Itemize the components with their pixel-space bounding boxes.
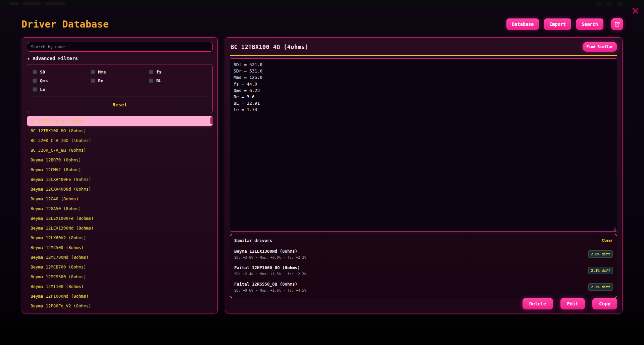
app-header: Driver Database Database Import Search xyxy=(0,8,644,30)
driver-list-item[interactable]: Beyma 12LX60V2 (8ohms) xyxy=(27,233,213,243)
filter-checkbox-grid: SD Mms fs Qms xyxy=(33,69,207,92)
similar-driver-name: Faital 12HP1060_8Ω (8ohms) xyxy=(234,265,306,270)
diff-badge: 2.0% diff xyxy=(588,250,613,258)
maximize-icon[interactable] xyxy=(607,2,612,6)
window-controls xyxy=(596,2,623,6)
driver-list-item[interactable]: BC 320K_C-A_8Ω (8ohms) xyxy=(27,145,213,155)
driver-list-item[interactable]: Beyma 12LEX1300Nd (8ohms) xyxy=(27,223,213,233)
search-button[interactable]: Search xyxy=(576,18,603,30)
driver-list-item[interactable]: Beyma 12CMV2 (8ohms) xyxy=(27,165,213,175)
driver-list-item-selected[interactable]: BC 12TBX100_4Ω (4ohms) xyxy=(27,116,213,126)
driver-list-item[interactable]: Beyma 12MC700Nd (8ohms) xyxy=(27,252,213,262)
similar-driver-metrics: SD: +0.6% · Mms: +1.6% · fs: +4.5% xyxy=(234,288,306,292)
similar-drivers-box: Similar drivers Clear Beyma 12LEX1300Nd … xyxy=(230,234,617,298)
driver-browser-panel: ▼ Advanced Filters SD Mms fs xyxy=(22,37,218,313)
reset-filters-button[interactable]: Reset xyxy=(112,102,127,107)
checkbox-icon xyxy=(33,70,37,74)
driver-list-item[interactable]: Beyma 12GA50 (8ohms) xyxy=(27,204,213,213)
main-content: ▼ Advanced Filters SD Mms fs xyxy=(0,30,644,313)
parameters-textarea[interactable]: SDf = 531.0 SDr = 531.0 Mms = 125.0 fs =… xyxy=(230,58,617,232)
diff-badge: 2.2% diff xyxy=(588,283,613,291)
chevron-down-icon: ▼ xyxy=(28,57,30,60)
header-nav: Database Import Search xyxy=(506,18,623,30)
os-titlebar xyxy=(0,0,644,8)
similar-driver-row[interactable]: Beyma 12LEX1300Nd (8ohms) SD: +3.6% · Mm… xyxy=(234,249,613,259)
titlebar-text-fragment xyxy=(23,2,41,5)
find-similar-button[interactable]: Find Similar xyxy=(583,42,617,52)
titlebar-text-fragment xyxy=(45,2,65,5)
checkbox-icon xyxy=(33,79,37,83)
similar-drivers-header: Similar drivers Clear xyxy=(234,238,613,243)
driver-list-item[interactable]: Beyma 12MI100 (8ohms) xyxy=(27,282,213,291)
filter-checkbox-fs[interactable]: fs xyxy=(149,69,207,75)
similar-driver-row[interactable]: Faital 12HP1060_8Ω (8ohms) SD: +2.4% · M… xyxy=(234,265,613,276)
open-external-button[interactable] xyxy=(611,18,623,30)
similar-driver-name: Beyma 12LEX1300Nd (8ohms) xyxy=(234,249,306,254)
driver-list-item[interactable]: Beyma 12MCB700 (8ohms) xyxy=(27,262,213,272)
page-title: Driver Database xyxy=(21,19,109,30)
similar-driver-row[interactable]: Faital 12RS550_8Ω (8ohms) SD: +0.6% · Mm… xyxy=(234,282,613,292)
filter-checkbox-le[interactable]: Le xyxy=(33,87,91,92)
detail-actions: Delete Edit Copy xyxy=(230,298,617,309)
driver-list-item[interactable]: Beyma 12G40 (8ohms) xyxy=(27,194,213,204)
filter-checkbox-re[interactable]: Re xyxy=(91,78,149,83)
similar-drivers-title: Similar drivers xyxy=(234,238,272,243)
driver-list-item[interactable]: Beyma 12CXA400Fe (8ohms) xyxy=(27,175,213,184)
driver-list-item[interactable]: Beyma 12CXA400Nd (8ohms) xyxy=(27,184,213,194)
similar-driver-metrics: SD: +3.6% · Mms: +0.0% · fs: +2.3% xyxy=(234,255,306,259)
external-link-icon xyxy=(614,21,620,27)
similar-driver-name: Faital 12RS550_8Ω (8ohms) xyxy=(234,282,306,287)
driver-list-item[interactable]: BC 12TBX100_8Ω (8ohms) xyxy=(27,126,213,136)
filter-checkbox-mms[interactable]: Mms xyxy=(91,69,149,75)
driver-list-item[interactable]: Beyma 12LEX1000Fe (8ohms) xyxy=(27,213,213,223)
checkbox-icon xyxy=(91,70,95,74)
checkbox-icon xyxy=(149,79,153,83)
titlebar-text-fragment xyxy=(10,2,19,5)
checkbox-icon xyxy=(33,87,37,92)
driver-database-app: ✕ Driver Database Database Import Search xyxy=(0,8,644,345)
title-underline xyxy=(230,55,617,56)
driver-detail-panel: BC 12TBX100_4Ω (4ohms) Find Similar SDf … xyxy=(225,37,623,313)
search-input[interactable] xyxy=(27,42,213,52)
filter-box: SD Mms fs Qms xyxy=(27,64,213,113)
checkbox-icon xyxy=(91,79,95,83)
filter-divider xyxy=(33,97,207,97)
titlebar-title-blur xyxy=(10,2,65,5)
filter-checkbox-bl[interactable]: BL xyxy=(149,78,207,83)
filter-checkbox-sd[interactable]: SD xyxy=(33,69,91,75)
window-close-icon[interactable] xyxy=(618,2,623,6)
driver-list: BC 12TBX100_4Ω (4ohms) BC 12TBX100_8Ω (8… xyxy=(27,116,213,310)
driver-list-item[interactable]: Beyma 12BR70 (8ohms) xyxy=(27,155,213,165)
delete-button[interactable]: Delete xyxy=(523,298,553,309)
driver-list-item[interactable]: Beyma 12P80Fe_V2 (8ohms) xyxy=(27,301,213,310)
detail-title: BC 12TBX100_4Ω (4ohms) xyxy=(230,44,308,50)
list-scrollbar-thumb[interactable] xyxy=(210,117,213,124)
database-button[interactable]: Database xyxy=(506,18,539,30)
detail-header: BC 12TBX100_4Ω (4ohms) Find Similar xyxy=(230,42,617,52)
diff-badge: 2.1% diff xyxy=(588,267,613,274)
copy-button[interactable]: Copy xyxy=(592,298,617,309)
driver-list-item[interactable]: Beyma 12MCS500 (8ohms) xyxy=(27,272,213,282)
similar-driver-metrics: SD: +2.4% · Mms: +1.5% · fs: +2.3% xyxy=(234,272,306,276)
edit-button[interactable]: Edit xyxy=(560,298,585,309)
driver-list-item[interactable]: Beyma 12MC500 (8ohms) xyxy=(27,243,213,252)
import-button[interactable]: Import xyxy=(544,18,571,30)
clear-similar-button[interactable]: Clear xyxy=(602,238,613,243)
checkbox-icon xyxy=(149,70,153,74)
minimize-icon[interactable] xyxy=(596,2,601,6)
advanced-filters-label: Advanced Filters xyxy=(33,56,78,61)
driver-list-item[interactable]: Beyma 12P1000Nd (8ohms) xyxy=(27,291,213,301)
driver-list-item[interactable]: BC 320K_C-A_16Ω (16ohms) xyxy=(27,136,213,145)
filter-checkbox-qms[interactable]: Qms xyxy=(33,78,91,83)
advanced-filters-toggle[interactable]: ▼ Advanced Filters xyxy=(28,56,212,61)
close-overlay-button[interactable]: ✕ xyxy=(631,6,640,16)
